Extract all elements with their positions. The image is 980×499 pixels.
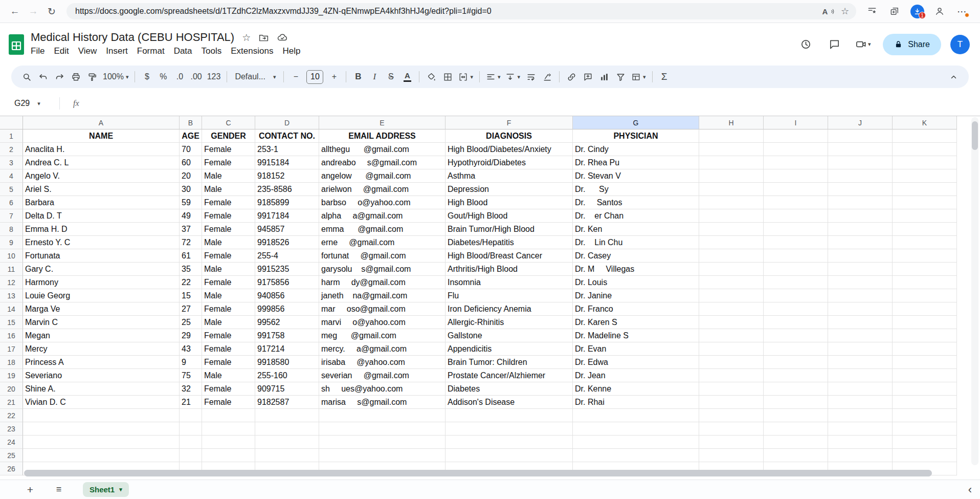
cell-F12[interactable]: Insomnia (446, 276, 573, 289)
cell-D22[interactable] (255, 409, 319, 422)
cell-I8[interactable] (764, 223, 828, 236)
row-header-11[interactable]: 11 (0, 263, 23, 276)
cell-A25[interactable] (23, 449, 180, 462)
comments-button[interactable] (822, 33, 846, 56)
cell-G8[interactable]: Dr. Ken (573, 223, 699, 236)
cell-E5[interactable]: arielwon @gmail.com (319, 183, 446, 196)
cell-J6[interactable] (828, 196, 893, 209)
cell-B12[interactable]: 22 (180, 276, 202, 289)
cell-G11[interactable]: Dr. M Villegas (573, 263, 699, 276)
row-header-21[interactable]: 21 (0, 396, 23, 409)
cell-E7[interactable]: alpha a@gmail.com (319, 209, 446, 223)
cell-C18[interactable]: Female (202, 356, 255, 369)
cell-H9[interactable] (699, 236, 764, 249)
cell-J3[interactable] (828, 156, 893, 169)
cell-A6[interactable]: Barbara (23, 196, 180, 209)
cell-H4[interactable] (699, 169, 764, 183)
cell-J14[interactable] (828, 302, 893, 316)
cell-K11[interactable] (893, 263, 957, 276)
cell-E15[interactable]: marvi o@yahoo.com (319, 316, 446, 329)
cell-J11[interactable] (828, 263, 893, 276)
cell-I24[interactable] (764, 436, 828, 449)
row-header-16[interactable]: 16 (0, 329, 23, 342)
cell-J2[interactable] (828, 143, 893, 156)
cell-C4[interactable]: Male (202, 169, 255, 183)
cell-E25[interactable] (319, 449, 446, 462)
meet-button[interactable]: ▾ (851, 33, 875, 56)
cell-A20[interactable]: Shine A. (23, 382, 180, 396)
cell-D15[interactable]: 99562 (255, 316, 319, 329)
cell-G20[interactable]: Dr. Kenne (573, 382, 699, 396)
fill-color-button[interactable] (423, 68, 439, 85)
cell-K4[interactable] (893, 169, 957, 183)
row-header-9[interactable]: 9 (0, 236, 23, 249)
cell-K24[interactable] (893, 436, 957, 449)
cell-E2[interactable]: allthegu @gmail.com (319, 143, 446, 156)
cell-J9[interactable] (828, 236, 893, 249)
column-header-H[interactable]: H (699, 116, 764, 129)
cell-F5[interactable]: Depression (446, 183, 573, 196)
font-size-value[interactable]: 10 (306, 70, 323, 84)
cell-K25[interactable] (893, 449, 957, 462)
cell-K19[interactable] (893, 369, 957, 382)
cell-B11[interactable]: 35 (180, 263, 202, 276)
cell-F19[interactable]: Prostate Cancer/Alzhiemer (446, 369, 573, 382)
add-sheet-button[interactable]: + (21, 482, 39, 497)
cell-C16[interactable]: Female (202, 329, 255, 342)
cell-I10[interactable] (764, 249, 828, 263)
cell-J15[interactable] (828, 316, 893, 329)
cell-A1[interactable]: NAME (23, 129, 180, 143)
cell-F14[interactable]: Iron Deficiency Anemia (446, 302, 573, 316)
table-views-button[interactable]: ▾ (629, 68, 649, 85)
cell-B17[interactable]: 43 (180, 342, 202, 356)
cell-D13[interactable]: 940856 (255, 289, 319, 302)
browser-back-button[interactable]: ← (6, 3, 24, 20)
cell-A11[interactable]: Gary C. (23, 263, 180, 276)
cell-F25[interactable] (446, 449, 573, 462)
cell-G12[interactable]: Dr. Louis (573, 276, 699, 289)
cell-G24[interactable] (573, 436, 699, 449)
cell-B1[interactable]: AGE (180, 129, 202, 143)
row-header-1[interactable]: 1 (0, 129, 23, 143)
cell-H19[interactable] (699, 369, 764, 382)
cell-D12[interactable]: 9175856 (255, 276, 319, 289)
cell-B18[interactable]: 9 (180, 356, 202, 369)
cell-G21[interactable]: Dr. Rhai (573, 396, 699, 409)
column-header-D[interactable]: D (255, 116, 319, 129)
cell-K15[interactable] (893, 316, 957, 329)
cell-E1[interactable]: EMAIL ADDRESS (319, 129, 446, 143)
cell-E21[interactable]: marisa s@gmail.com (319, 396, 446, 409)
cell-J25[interactable] (828, 449, 893, 462)
cell-J18[interactable] (828, 356, 893, 369)
cell-C8[interactable]: Female (202, 223, 255, 236)
decrease-decimal-button[interactable]: .0 (171, 68, 188, 85)
cell-F10[interactable]: High Blood/Breast Cancer (446, 249, 573, 263)
move-folder-button[interactable] (258, 32, 269, 43)
cell-K21[interactable] (893, 396, 957, 409)
font-size-input[interactable]: 10 (304, 68, 326, 85)
cell-I15[interactable] (764, 316, 828, 329)
cell-C24[interactable] (202, 436, 255, 449)
row-header-14[interactable]: 14 (0, 302, 23, 316)
cell-K12[interactable] (893, 276, 957, 289)
cell-C23[interactable] (202, 422, 255, 436)
cell-E19[interactable]: severian @gmail.com (319, 369, 446, 382)
cell-G9[interactable]: Dr. Lin Chu (573, 236, 699, 249)
menu-insert[interactable]: Insert (101, 45, 132, 58)
row-header-23[interactable]: 23 (0, 422, 23, 436)
cell-D14[interactable]: 999856 (255, 302, 319, 316)
cell-K23[interactable] (893, 422, 957, 436)
cell-A4[interactable]: Angelo V. (23, 169, 180, 183)
cell-J16[interactable] (828, 329, 893, 342)
cell-E11[interactable]: garysolu s@gmail.com (319, 263, 446, 276)
cell-E10[interactable]: fortunat @gmail.com (319, 249, 446, 263)
cell-H22[interactable] (699, 409, 764, 422)
column-header-A[interactable]: A (23, 116, 180, 129)
cell-E9[interactable]: erne @gmail.com (319, 236, 446, 249)
cell-I18[interactable] (764, 356, 828, 369)
row-header-19[interactable]: 19 (0, 369, 23, 382)
cell-A7[interactable]: Delta D. T (23, 209, 180, 223)
cell-B5[interactable]: 30 (180, 183, 202, 196)
document-status-button[interactable] (277, 32, 288, 43)
cell-F24[interactable] (446, 436, 573, 449)
